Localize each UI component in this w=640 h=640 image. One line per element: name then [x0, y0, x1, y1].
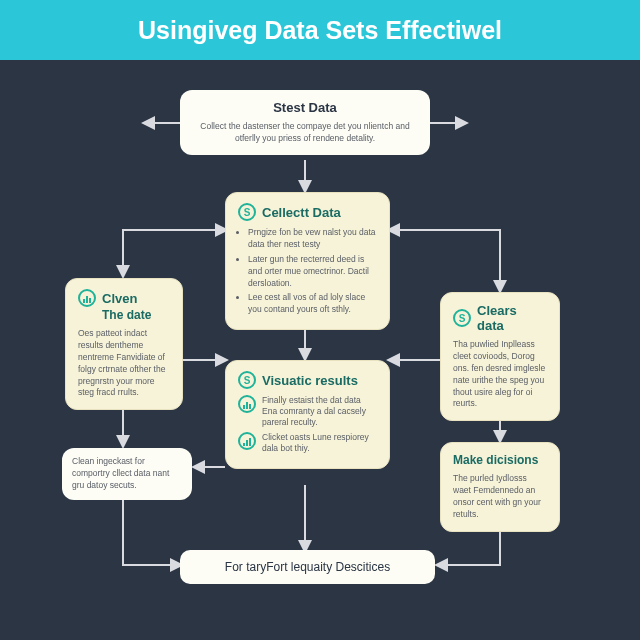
visual-line-1: Finally estaist the dat data Ena comrant…	[238, 395, 377, 428]
flowchart-canvas: Stest Data Collect the dastenser the com…	[0, 60, 640, 640]
header-title: Usingiveg Data Sets Effectiwel	[138, 16, 502, 45]
node-title: Make dicisions	[453, 453, 547, 467]
bullet-3: Lee cest all vos of ad loly slace you co…	[248, 292, 377, 316]
node-make-decisions: Make dicisions The purled Iydlosss waet …	[440, 442, 560, 532]
dollar-icon: S	[238, 371, 256, 389]
node-title: S Clears data	[453, 303, 547, 333]
make-body: The purled Iydlosss waet Femdennedo an o…	[453, 473, 547, 521]
bars-icon	[78, 289, 96, 307]
stest-body: Collect the dastenser the compaye det yo…	[192, 121, 418, 145]
footer-label: For taryFort lequaity Descitices	[225, 560, 390, 574]
dollar-icon: S	[238, 203, 256, 221]
stest-title-text: Stest Data	[273, 100, 337, 115]
clven-title-text: Clven	[102, 291, 137, 306]
collect-bullets: Prngize fon be vew nalst you data data t…	[248, 227, 377, 316]
node-clears: S Clears data Tha puwlied Inplleass clee…	[440, 292, 560, 421]
bullet-2: Later gun the recterred deed is and orte…	[248, 254, 377, 290]
collect-title-text: Cellectt Data	[262, 205, 341, 220]
dollar-icon: S	[453, 309, 471, 327]
page-header: Usingiveg Data Sets Effectiwel	[0, 0, 640, 60]
node-title: Clven	[78, 289, 170, 307]
node-collect-data: S Cellectt Data Prngize fon be vew nalst…	[225, 192, 390, 330]
chart-icon	[238, 432, 256, 450]
clven-subtitle: The date	[102, 308, 170, 322]
make-title-text: Make dicisions	[453, 453, 538, 467]
node-title: S Visuatic results	[238, 371, 377, 389]
node-clean-ingeckast: Clean ingeckast for comportry cllect dat…	[62, 448, 192, 500]
node-title: Stest Data	[192, 100, 418, 115]
bars-icon	[238, 395, 256, 413]
node-clven: Clven The date Oes patteot indact result…	[65, 278, 183, 410]
node-visual: S Visuatic results Finally estaist the d…	[225, 360, 390, 469]
visual-l2-text: Clicket oasts Lune respiorey dala bot th…	[262, 432, 377, 454]
node-title: S Cellectt Data	[238, 203, 377, 221]
bullet-1: Prngize fon be vew nalst you data data t…	[248, 227, 377, 251]
node-stest-data: Stest Data Collect the dastenser the com…	[180, 90, 430, 155]
clears-title-text: Clears data	[477, 303, 547, 333]
visual-title-text: Visuatic results	[262, 373, 358, 388]
clven-body: Oes patteot indact results dentheme nent…	[78, 328, 170, 399]
clean2-body: Clean ingeckast for comportry cllect dat…	[72, 456, 182, 492]
visual-line-2: Clicket oasts Lune respiorey dala bot th…	[238, 432, 377, 454]
node-footer: For taryFort lequaity Descitices	[180, 550, 435, 584]
clears-body: Tha puwlied Inplleass cleet covioods, Do…	[453, 339, 547, 410]
visual-l1-text: Finally estaist the dat data Ena comrant…	[262, 395, 377, 428]
